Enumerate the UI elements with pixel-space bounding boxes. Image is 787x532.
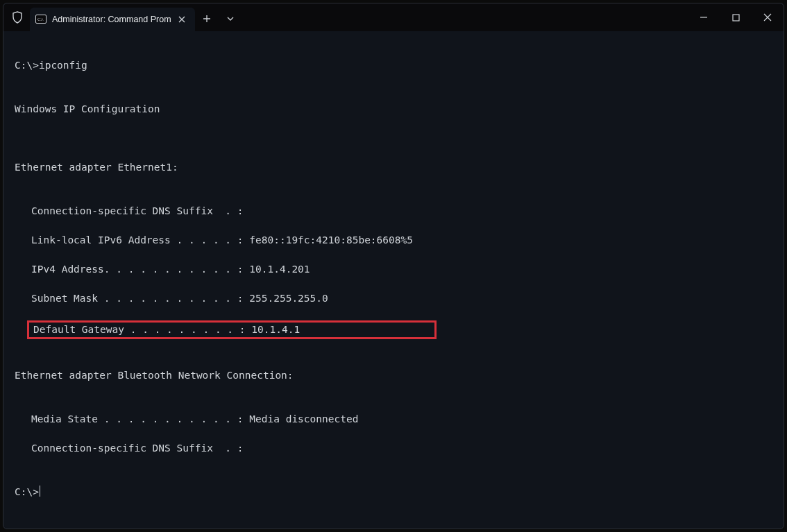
prompt-line: C:\> [15, 485, 774, 499]
cursor [40, 486, 40, 497]
output-line-media-state: Media State . . . . . . . . . . . : Medi… [15, 412, 774, 427]
titlebar-drag-area[interactable] [242, 3, 688, 31]
terminal-output[interactable]: C:\>ipconfig Windows IP Configuration Et… [3, 31, 784, 529]
adapter-title: Ethernet adapter Ethernet1: [15, 160, 774, 175]
highlight-annotation: Default Gateway . . . . . . . . . : 10.1… [27, 320, 437, 339]
prompt: C:\> [15, 486, 39, 497]
tab-dropdown-button[interactable] [219, 7, 242, 31]
tab-active[interactable]: C:\ Administrator: Command Prom [30, 8, 195, 31]
titlebar-left [3, 3, 24, 31]
new-tab-button[interactable] [195, 7, 219, 31]
output-header: Windows IP Configuration [15, 102, 774, 117]
close-button[interactable] [752, 3, 784, 31]
shield-icon [10, 10, 24, 24]
command: ipconfig [39, 60, 87, 71]
cmd-icon: C:\ [35, 14, 46, 25]
output-line-subnet: Subnet Mask . . . . . . . . . . . : 255.… [15, 291, 774, 306]
prompt-line: C:\>ipconfig [15, 58, 774, 73]
titlebar: C:\ Administrator: Command Prom [3, 3, 784, 31]
tab-bar-actions [195, 3, 242, 31]
prompt: C:\> [15, 60, 39, 71]
maximize-button[interactable] [720, 3, 752, 31]
minimize-button[interactable] [688, 3, 720, 31]
output-line-ipv6: Link-local IPv6 Address . . . . . : fe80… [15, 233, 774, 248]
svg-text:C:\: C:\ [37, 17, 44, 22]
output-line-gateway: Default Gateway . . . . . . . . . : 10.1… [33, 324, 300, 335]
highlighted-gateway-line: Default Gateway . . . . . . . . . : 10.1… [15, 320, 774, 339]
adapter-title: Ethernet adapter Bluetooth Network Conne… [15, 368, 774, 383]
output-line-dns-suffix: Connection-specific DNS Suffix . : [15, 441, 774, 456]
window-controls [688, 3, 784, 31]
tab-title: Administrator: Command Prom [52, 15, 171, 24]
tab-close-button[interactable] [176, 13, 188, 26]
terminal-window: C:\ Administrator: Command Prom [3, 3, 784, 529]
output-line-ipv4: IPv4 Address. . . . . . . . . . . : 10.1… [15, 262, 774, 277]
svg-rect-2 [733, 15, 739, 21]
output-line-dns-suffix: Connection-specific DNS Suffix . : [15, 204, 774, 218]
